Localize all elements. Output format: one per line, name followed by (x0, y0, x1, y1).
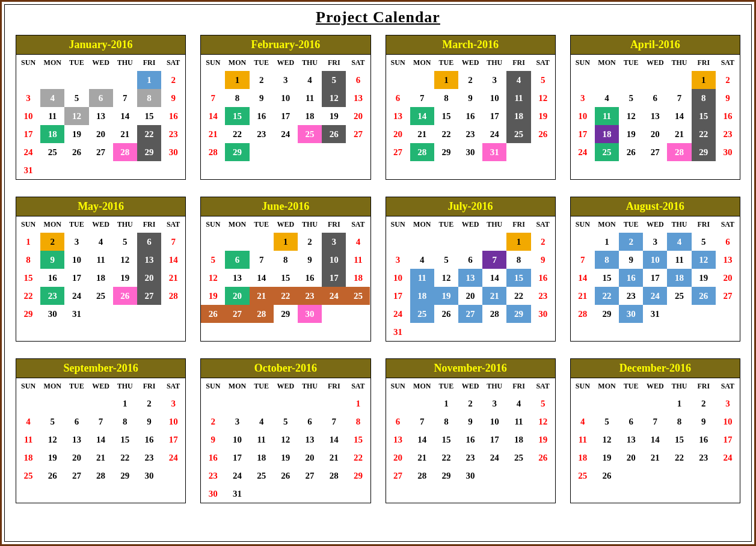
day-cell: 1 (692, 71, 716, 89)
empty-cell (64, 71, 88, 89)
day-cell: 6 (458, 251, 482, 269)
day-cell: 19 (64, 125, 88, 143)
day-cell: 13 (64, 431, 88, 449)
day-cell: 14 (89, 431, 113, 449)
day-cell: 17 (386, 287, 410, 305)
day-cell: 21 (161, 269, 185, 287)
day-cell: 20 (458, 287, 482, 305)
days-grid: 1234567891011121314151617181920212223242… (201, 394, 370, 503)
day-cell: 12 (40, 431, 64, 449)
dow-row: SUNMONTUEWEDTHUFRISAT (201, 378, 370, 394)
day-cell: 12 (274, 431, 298, 449)
day-cell: 29 (113, 467, 137, 485)
day-cell: 25 (506, 449, 530, 467)
day-cell: 6 (716, 233, 740, 251)
day-cell: 18 (506, 431, 530, 449)
day-cell: 9 (40, 251, 64, 269)
day-cell: 26 (201, 305, 225, 323)
dow-label: THU (298, 378, 322, 394)
day-cell: 14 (667, 107, 691, 125)
day-cell: 20 (225, 287, 249, 305)
empty-cell (410, 233, 434, 251)
day-cell: 29 (137, 143, 161, 161)
day-cell: 25 (595, 143, 619, 161)
day-cell: 12 (113, 251, 137, 269)
day-cell: 4 (667, 233, 691, 251)
empty-cell (89, 394, 113, 413)
day-cell: 31 (386, 323, 410, 341)
day-cell: 8 (692, 89, 716, 107)
day-cell: 3 (225, 413, 249, 431)
dow-label: SAT (161, 55, 185, 71)
dow-row: SUNMONTUEWEDTHUFRISAT (16, 55, 185, 71)
empty-cell (16, 71, 40, 89)
month-header: September-2016 (16, 359, 185, 378)
day-cell: 24 (386, 305, 410, 323)
day-cell: 6 (64, 413, 88, 431)
day-cell: 5 (692, 233, 716, 251)
empty-cell (667, 71, 691, 89)
day-cell: 10 (716, 413, 740, 431)
empty-cell (274, 394, 298, 413)
day-cell: 30 (531, 305, 555, 323)
day-cell: 16 (531, 269, 555, 287)
day-cell: 23 (619, 287, 643, 305)
day-cell: 23 (458, 449, 482, 467)
empty-cell (571, 233, 595, 251)
day-cell: 27 (643, 143, 667, 161)
day-cell: 7 (643, 413, 667, 431)
day-cell: 21 (482, 287, 506, 305)
day-cell: 19 (40, 449, 64, 467)
day-cell: 28 (410, 143, 434, 161)
day-cell: 18 (298, 107, 322, 125)
day-cell: 9 (201, 431, 225, 449)
day-cell: 20 (643, 125, 667, 143)
day-cell: 27 (137, 287, 161, 305)
day-cell: 7 (410, 413, 434, 431)
day-cell: 1 (137, 71, 161, 89)
dow-label: THU (113, 378, 137, 394)
day-cell: 17 (482, 431, 506, 449)
day-cell: 15 (667, 431, 691, 449)
day-cell: 3 (482, 394, 506, 413)
day-cell: 3 (571, 89, 595, 107)
day-cell: 29 (274, 305, 298, 323)
month-january-2016: January-2016SUNMONTUEWEDTHUFRISAT1234567… (16, 35, 186, 180)
day-cell: 17 (16, 125, 40, 143)
day-cell: 25 (250, 467, 274, 485)
day-cell: 3 (482, 71, 506, 89)
day-cell: 16 (161, 107, 185, 125)
day-cell: 8 (113, 413, 137, 431)
day-cell: 28 (571, 305, 595, 323)
day-cell: 15 (113, 431, 137, 449)
day-cell: 15 (692, 107, 716, 125)
days-grid: 1234567891011121314151617181920212223242… (386, 71, 555, 161)
day-cell: 19 (619, 125, 643, 143)
day-cell: 8 (274, 251, 298, 269)
day-cell: 15 (346, 431, 370, 449)
dow-label: SAT (716, 216, 740, 233)
empty-cell (225, 233, 249, 251)
empty-cell (64, 394, 88, 413)
day-cell: 18 (506, 107, 530, 125)
day-cell: 7 (571, 251, 595, 269)
empty-cell (386, 71, 410, 89)
month-november-2016: November-2016SUNMONTUEWEDTHUFRISAT123456… (386, 358, 556, 503)
dow-label: FRI (506, 55, 530, 71)
empty-cell (298, 394, 322, 413)
dow-label: SAT (531, 55, 555, 71)
day-cell: 22 (16, 287, 40, 305)
day-cell: 26 (595, 467, 619, 485)
days-grid: 1234567891011121314151617181920212223242… (386, 394, 555, 485)
day-cell: 14 (482, 269, 506, 287)
day-cell: 4 (595, 89, 619, 107)
dow-label: TUE (64, 216, 88, 233)
day-cell: 3 (386, 251, 410, 269)
day-cell: 27 (716, 287, 740, 305)
day-cell: 12 (201, 269, 225, 287)
day-cell: 2 (40, 233, 64, 251)
dow-label: SUN (571, 378, 595, 394)
day-cell: 27 (89, 143, 113, 161)
day-cell: 6 (225, 251, 249, 269)
day-cell: 17 (571, 125, 595, 143)
